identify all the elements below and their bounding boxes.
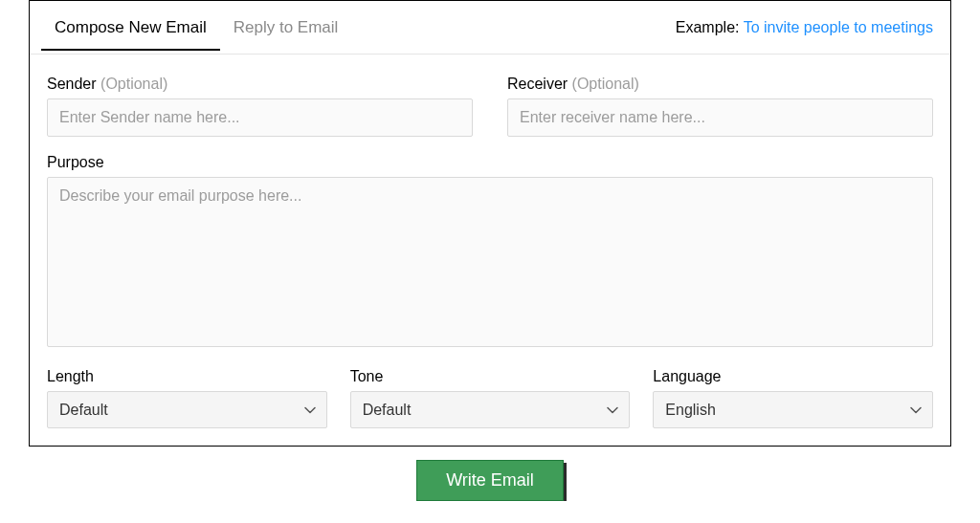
action-row: Write Email [0,460,980,501]
tab-reply[interactable]: Reply to Email [220,5,352,50]
receiver-label: Receiver (Optional) [507,76,933,93]
purpose-label: Purpose [47,154,933,171]
purpose-input[interactable] [47,177,933,347]
tone-select[interactable]: Default [350,391,631,428]
sender-label: Sender (Optional) [47,76,473,93]
language-label: Language [653,368,933,385]
sender-input[interactable] [47,98,473,137]
language-field: Language English [653,368,933,428]
tone-label: Tone [350,368,631,385]
length-select[interactable]: Default [47,391,327,428]
write-email-button[interactable]: Write Email [416,460,564,501]
example-block: Example: To invite people to meetings [676,19,939,36]
example-label: Example: [676,19,744,35]
sender-optional: (Optional) [100,76,167,92]
compose-panel: Compose New Email Reply to Email Example… [29,0,951,447]
language-select[interactable]: English [653,391,933,428]
receiver-optional: (Optional) [572,76,639,92]
receiver-label-text: Receiver [507,76,572,92]
length-label: Length [47,368,327,385]
sender-label-text: Sender [47,76,100,92]
example-link[interactable]: To invite people to meetings [744,19,933,35]
sender-field: Sender (Optional) [47,76,473,137]
tab-compose[interactable]: Compose New Email [41,5,220,50]
length-field: Length Default [47,368,327,428]
receiver-input[interactable] [507,98,933,137]
purpose-field: Purpose [47,154,933,351]
receiver-field: Receiver (Optional) [507,76,933,137]
tone-field: Tone Default [350,368,631,428]
tabs-row: Compose New Email Reply to Email Example… [30,1,950,54]
form-body: Sender (Optional) Receiver (Optional) Pu… [30,54,950,446]
